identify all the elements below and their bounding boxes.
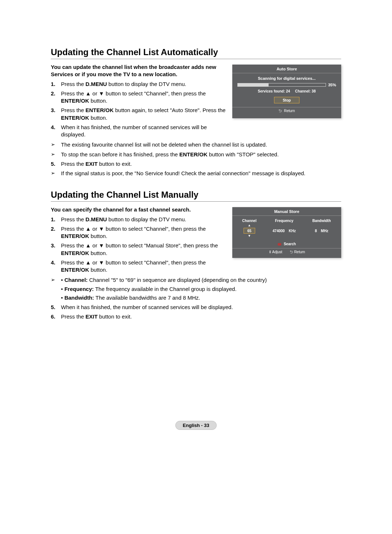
progress-percent: 35%	[328, 83, 336, 87]
manual-store-screenshot: Manual Store Channel Frequency Bandwidth…	[232, 207, 341, 258]
note-icon: ➢	[51, 141, 61, 148]
bullet-text: • Frequency: The frequency available in …	[61, 286, 341, 293]
page-footer: English - 33	[0, 421, 392, 430]
step-number: 1.	[51, 81, 61, 88]
note-text: The existing favourite channel list will…	[61, 141, 341, 148]
step-number: 1.	[51, 216, 61, 223]
intro-text: You can update the channel list when the…	[51, 63, 226, 78]
step-text: Press the ▲ or ▼ button to select "Chann…	[61, 225, 226, 240]
step-number: 2.	[51, 225, 61, 240]
page-number-pill: English - 33	[175, 421, 217, 430]
step-text: Press the ▲ or ▼ button to select "Chann…	[61, 90, 226, 105]
section-automatic: Updating the Channel List Automatically …	[51, 47, 341, 177]
return-label: Return	[284, 109, 295, 113]
progress-bar	[237, 83, 326, 87]
arrow-up-icon[interactable]: ▲	[237, 224, 261, 227]
step-text: When it has finished, the number of scan…	[61, 304, 341, 311]
step-text: Press the ▲ or ▼ button to select "Manua…	[61, 242, 226, 257]
frequency-value: 474000	[273, 229, 285, 233]
stop-button[interactable]: Stop	[274, 97, 299, 103]
section-title: Updating the Channel List Automatically	[51, 47, 341, 57]
note-text: If the signal status is poor, the "No Se…	[61, 170, 341, 177]
section-title: Updating the Channel List Manually	[51, 190, 341, 200]
channel-number: Channel: 38	[295, 89, 316, 93]
bullet-text: • Bandwidth: The available bandwidths ar…	[61, 294, 341, 301]
services-found: Services found: 24	[258, 89, 290, 93]
search-label: Search	[284, 242, 296, 246]
arrow-down-icon[interactable]: ▼	[237, 234, 261, 238]
return-icon: ⮌	[290, 250, 293, 254]
step-text: Press the ▲ or ▼ button to select "Chann…	[61, 259, 226, 274]
step-number: 3.	[51, 242, 61, 257]
step-number: 4.	[51, 124, 61, 139]
red-button-icon	[278, 243, 281, 246]
intro-text: You can specify the channel for a fast c…	[51, 206, 226, 213]
note-icon: ➢	[51, 276, 61, 301]
note-icon: ➢	[51, 170, 61, 177]
channel-value[interactable]: 65	[244, 228, 255, 234]
step-number: 6.	[51, 313, 61, 320]
step-number: 5.	[51, 304, 61, 311]
step-text: Press the EXIT button to exit.	[61, 313, 341, 320]
step-number: 5.	[51, 160, 61, 168]
scanning-label: Scanning for digital services...	[237, 76, 336, 81]
step-number: 3.	[51, 107, 61, 122]
divider	[51, 201, 341, 202]
note-text: To stop the scan before it has finished,…	[61, 151, 341, 158]
section-manual: Updating the Channel List Manually You c…	[51, 190, 341, 320]
mhz-label: MHz	[321, 229, 328, 233]
step-text: When it has finished, the number of scan…	[61, 124, 226, 139]
return-label: Return	[294, 250, 305, 254]
return-icon: ⮌	[278, 109, 282, 113]
header-frequency: Frequency	[264, 219, 304, 223]
step-text: Press the EXIT button to exit.	[61, 160, 341, 168]
bandwidth-value: 8	[315, 229, 317, 233]
step-number: 2.	[51, 90, 61, 105]
header-bandwidth: Bandwidth	[307, 219, 336, 223]
progress-fill	[238, 83, 269, 86]
divider	[51, 59, 341, 59]
note-icon: ➢	[51, 151, 61, 158]
bullet-text: • Channel: Channel "5" to "69" in sequen…	[61, 276, 341, 284]
step-text: Press the D.MENU button to display the D…	[61, 81, 226, 88]
step-number: 4.	[51, 259, 61, 274]
step-text: Press the D.MENU button to display the D…	[61, 216, 226, 223]
khz-label: KHz	[289, 229, 296, 233]
osd-title: Manual Store	[232, 207, 341, 216]
step-text: Press the ENTER/OK button again, to sele…	[61, 107, 226, 122]
adjust-label: Adjust	[272, 250, 282, 254]
osd-title: Auto Store	[232, 65, 341, 73]
header-channel: Channel	[237, 219, 261, 223]
adjust-icon: ⇕	[269, 250, 271, 254]
auto-store-screenshot: Auto Store Scanning for digital services…	[232, 65, 341, 118]
